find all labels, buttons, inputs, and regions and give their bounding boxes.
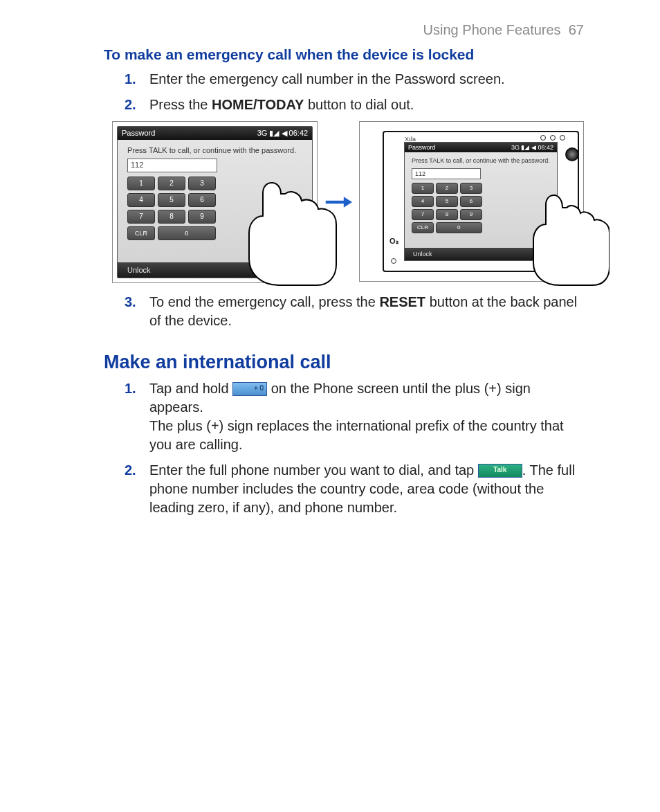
device-top-buttons (540, 135, 565, 141)
mini-softkey-bar: Unlock Menu (405, 248, 557, 260)
mini-phone-screen: Password 3G ▮◢ ◀ 06:42 Press TALK to cal… (404, 142, 558, 261)
title-bar: Password 3G ▮◢ ◀ 06:42 (118, 127, 312, 140)
device-frame: Xda O₂ Password 3G ▮◢ ◀ 06:42 Press TALK… (383, 131, 579, 272)
key-4[interactable]: 4 (127, 193, 155, 207)
step-1-text: Enter the emergency call number in the P… (149, 71, 505, 87)
intl-steps: 1. Tap and hold + 0 on the Phone screen … (104, 379, 584, 517)
key-1[interactable]: 1 (127, 177, 155, 190)
step-number: 2. (125, 96, 136, 114)
intl-step-2: 2. Enter the full phone number you want … (137, 461, 584, 517)
intl-step1-a: Tap and hold (149, 381, 232, 396)
arrow-right-icon (324, 195, 352, 210)
device-side-button (570, 235, 578, 243)
mini-title-bar: Password 3G ▮◢ ◀ 06:42 (405, 143, 557, 152)
intl-step1-c: The plus (+) sign replaces the internati… (149, 418, 564, 452)
mini-key-4[interactable]: 4 (412, 196, 434, 207)
key-7[interactable]: 7 (127, 210, 155, 224)
device-indicator (391, 258, 396, 264)
step-number: 1. (125, 379, 136, 398)
step-number: 1. (125, 70, 136, 89)
screenshot-left: Password 3G ▮◢ ◀ 06:42 Press TALK to cal… (112, 121, 318, 283)
home-today-label: HOME/TODAY (212, 97, 304, 112)
mini-key-8[interactable]: 8 (436, 209, 458, 220)
figure-row: Password 3G ▮◢ ◀ 06:42 Press TALK to cal… (112, 121, 584, 283)
mini-key-0[interactable]: 0 (436, 222, 482, 233)
mini-key-5[interactable]: 5 (436, 196, 458, 207)
key-5[interactable]: 5 (158, 193, 185, 207)
emergency-steps: 1. Enter the emergency call number in th… (104, 70, 584, 114)
emergency-subtitle: To make an emergency call when the devic… (104, 45, 584, 64)
key-8[interactable]: 8 (158, 210, 185, 224)
step-3: 3. To end the emergency call, press the … (137, 293, 584, 330)
arrow-column (324, 121, 352, 283)
intl-title: Make an international call (104, 350, 584, 375)
softkey-menu[interactable]: Menu (284, 265, 303, 276)
device-brand-xda: Xda (405, 135, 416, 143)
step-3-a: To end the emergency call, press the (149, 294, 379, 309)
mini-softkey-menu[interactable]: Menu (533, 250, 549, 258)
softkey-bar: Unlock Menu (118, 262, 312, 278)
step-1: 1. Enter the emergency call number in th… (137, 70, 584, 89)
mini-key-2[interactable]: 2 (436, 183, 458, 194)
intl-step-1: 1. Tap and hold + 0 on the Phone screen … (137, 379, 584, 454)
step-2-c: button to dial out. (304, 97, 414, 112)
status-icons: 3G ▮◢ ◀ 06:42 (257, 128, 308, 138)
mini-softkey-unlock[interactable]: Unlock (413, 250, 432, 258)
mini-key-9[interactable]: 9 (460, 209, 482, 220)
key-6[interactable]: 6 (188, 193, 216, 207)
phone-screen: Password 3G ▮◢ ◀ 06:42 Press TALK to cal… (117, 126, 313, 278)
device-brand-o2: O₂ (389, 236, 398, 246)
instruction-text: Press TALK to call, or continue with the… (127, 145, 302, 156)
page-number: 67 (569, 22, 584, 37)
step-number: 2. (125, 461, 136, 480)
key-9[interactable]: 9 (188, 210, 216, 224)
screenshot-right: Xda O₂ Password 3G ▮◢ ◀ 06:42 Press TALK… (359, 121, 584, 282)
mini-key-clr[interactable]: CLR (412, 222, 434, 233)
device-camera (565, 147, 579, 161)
mini-status-icons: 3G ▮◢ ◀ 06:42 (511, 143, 553, 152)
svg-marker-1 (344, 197, 352, 208)
emergency-steps-cont: 3. To end the emergency call, press the … (104, 293, 584, 330)
key-0[interactable]: 0 (158, 226, 216, 240)
mini-key-3[interactable]: 3 (460, 183, 482, 194)
screen-body: Press TALK to call, or continue with the… (118, 140, 312, 262)
key-3[interactable]: 3 (188, 177, 216, 190)
step-number: 3. (125, 293, 136, 312)
key-2[interactable]: 2 (158, 177, 185, 190)
running-header: Using Phone Features 67 (104, 21, 584, 39)
mini-screen-title: Password (408, 143, 436, 152)
step-2: 2. Press the HOME/TODAY button to dial o… (137, 96, 584, 114)
zero-button-icon: + 0 (232, 382, 267, 396)
talk-button-icon: Talk (478, 464, 522, 478)
section-name: Using Phone Features (423, 22, 561, 37)
mini-key-7[interactable]: 7 (412, 209, 434, 220)
mini-key-6[interactable]: 6 (460, 196, 482, 207)
screen-title: Password (122, 128, 155, 138)
key-clr[interactable]: CLR (127, 226, 155, 240)
mini-instruction: Press TALK to call, or continue with the… (412, 156, 550, 165)
mini-keypad: 1 2 3 4 5 6 7 8 9 CLR 0 (412, 183, 550, 233)
mini-key-1[interactable]: 1 (412, 183, 434, 194)
mini-password-input[interactable]: 112 (412, 168, 481, 179)
keypad: 1 2 3 4 5 6 7 8 9 CLR 0 (127, 177, 302, 240)
step-2-a: Press the (149, 97, 212, 112)
reset-label: RESET (379, 294, 425, 309)
mini-screen-body: Press TALK to call, or continue with the… (405, 152, 557, 248)
softkey-unlock[interactable]: Unlock (127, 265, 151, 276)
intl-step2-a: Enter the full phone number you want to … (149, 462, 478, 478)
password-input[interactable]: 112 (127, 159, 217, 172)
